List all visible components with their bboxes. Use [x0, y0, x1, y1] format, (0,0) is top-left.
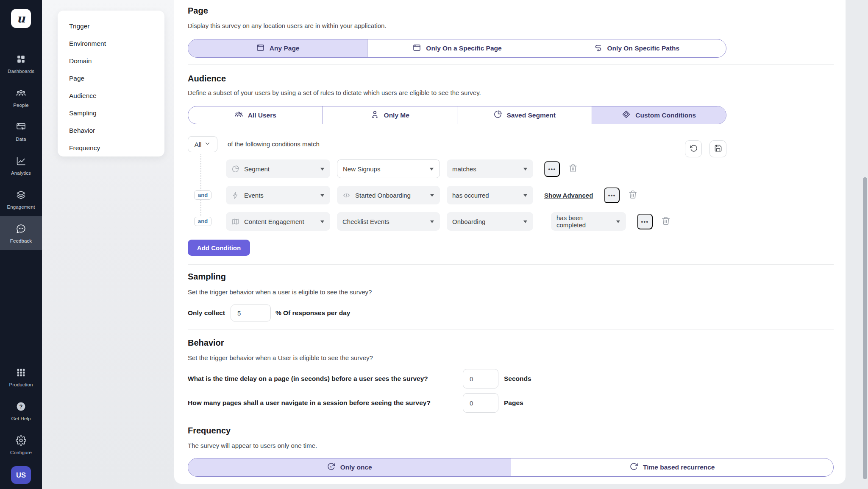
condition-field-select[interactable]: Segment	[226, 159, 330, 178]
sidebar-item-dashboards[interactable]: Dashboards	[0, 47, 42, 81]
and-connector-label: and	[194, 190, 211, 200]
app-logo[interactable]: u	[11, 9, 31, 28]
condition-delete-button[interactable]	[628, 190, 637, 201]
condition-row: and Events Started Onboarding has occurr…	[226, 186, 834, 204]
caret-down-icon	[519, 167, 528, 171]
condition-operator-select[interactable]: has occurred	[447, 186, 533, 204]
sampling-row: Only collect % Of responses per day	[188, 305, 834, 321]
rotate-cw-icon	[629, 462, 638, 473]
frequency-section-title: Frequency	[188, 426, 834, 436]
condition-match-row: All of the following conditions match	[188, 136, 726, 157]
subnav-item-frequency[interactable]: Frequency	[58, 139, 164, 156]
subnav-item-domain[interactable]: Domain	[58, 52, 164, 70]
condition-operator2-value: has been completed	[556, 214, 612, 229]
condition-delete-button[interactable]	[661, 216, 670, 227]
save-conditions-button[interactable]	[709, 140, 726, 157]
condition-value-select[interactable]: Checklist Events	[337, 212, 440, 231]
page-section-description: Display this survey on any location user…	[188, 22, 834, 29]
sidebar-item-label: Data	[16, 137, 26, 142]
reset-conditions-button[interactable]	[685, 140, 702, 157]
tab-all-users[interactable]: All Users	[188, 106, 323, 124]
condition-delete-button[interactable]	[568, 164, 578, 174]
audience-section-title: Audience	[188, 74, 834, 84]
sidebar-item-label: Configure	[10, 450, 32, 455]
browser-window-icon	[412, 43, 421, 54]
tab-only-me[interactable]: Only Me	[323, 106, 457, 124]
gear-icon	[16, 435, 26, 447]
condition-value-select[interactable]: Started Onboarding	[337, 186, 440, 204]
app-logo-glyph: u	[17, 12, 25, 25]
time-delay-input[interactable]	[463, 369, 498, 388]
condition-more-button[interactable]: •••	[637, 214, 653, 229]
sidebar-item-label: Feedback	[10, 238, 32, 243]
frequency-section-description: The survey will appear to users only one…	[188, 442, 834, 449]
subnav-item-page[interactable]: Page	[58, 70, 164, 87]
sampling-label-before: Only collect	[188, 309, 225, 317]
tab-only-once[interactable]: 1 Only once	[188, 458, 511, 476]
dots-grid-icon	[16, 367, 26, 379]
condition-value-select[interactable]: New Signups	[337, 159, 440, 178]
behavior-question-row: What is the time delay on a page (in sec…	[188, 369, 834, 388]
sidebar-item-production[interactable]: Production	[0, 360, 42, 394]
condition-operator-value: Onboarding	[452, 218, 485, 225]
sidebar-item-get-help[interactable]: ? Get Help	[0, 394, 42, 428]
caret-down-icon	[316, 167, 325, 171]
ellipsis-icon: •••	[608, 192, 616, 198]
sidebar-item-engagement[interactable]: Engagement	[0, 182, 42, 216]
condition-operator-value: matches	[452, 165, 476, 173]
sampling-percent-input[interactable]	[231, 305, 271, 321]
sampling-section-description: Set the trigger behavior when a user is …	[188, 288, 834, 296]
condition-operator2-select[interactable]: has been completed	[551, 212, 626, 231]
caret-down-icon	[316, 193, 325, 197]
subnav-item-environment[interactable]: Environment	[58, 35, 164, 52]
condition-operator-select[interactable]: matches	[447, 159, 533, 178]
trash-icon	[568, 164, 578, 174]
condition-field-select[interactable]: Content Engagement	[226, 212, 330, 231]
tab-custom-conditions[interactable]: Custom Conditions	[592, 106, 726, 124]
behavior-unit-label: Seconds	[504, 375, 531, 383]
rotate-ccw-icon	[690, 144, 698, 154]
tab-any-page[interactable]: Any Page	[188, 39, 367, 57]
pages-count-input[interactable]	[463, 393, 498, 413]
tab-only-specific-paths[interactable]: Only On Specific Paths	[547, 39, 726, 57]
subnav-item-sampling[interactable]: Sampling	[58, 104, 164, 122]
tab-time-based-recurrence[interactable]: Time based recurrence	[511, 458, 834, 476]
subnav-item-behavior[interactable]: Behavior	[58, 122, 164, 139]
tab-only-specific-page[interactable]: Only On a Specific Page	[367, 39, 546, 57]
question-circle-icon: ?	[16, 401, 26, 413]
sidebar-item-label: Analytics	[11, 170, 31, 176]
svg-text:?: ?	[19, 403, 23, 410]
sidebar-item-people[interactable]: People	[0, 81, 42, 115]
code-icon	[342, 191, 351, 199]
add-condition-button[interactable]: Add Condition	[188, 240, 250, 256]
condition-operator-select[interactable]: Onboarding	[447, 212, 533, 231]
people-icon	[16, 88, 26, 100]
condition-rows: Segment New Signups matches ••• and Even…	[188, 159, 834, 231]
sidebar-item-data[interactable]: Data	[0, 115, 42, 148]
condition-value: Checklist Events	[342, 218, 389, 225]
tab-saved-segment[interactable]: Saved Segment	[457, 106, 592, 124]
primary-sidebar: u Dashboards People Data Analytics Engag…	[0, 0, 42, 489]
page-scrollbar-track[interactable]	[862, 0, 868, 489]
condition-more-button[interactable]: •••	[604, 187, 620, 203]
tab-label: Custom Conditions	[635, 112, 696, 119]
behavior-question-row: How many pages shall a user navigate in …	[188, 393, 834, 413]
sampling-label-after: % Of responses per day	[275, 309, 351, 317]
condition-operator-value: has occurred	[452, 192, 489, 199]
condition-value: Started Onboarding	[355, 192, 411, 199]
subnav-item-audience[interactable]: Audience	[58, 87, 164, 104]
sidebar-item-feedback[interactable]: Feedback	[0, 216, 42, 250]
condition-field-select[interactable]: Events	[226, 186, 330, 204]
save-floppy-icon	[714, 144, 722, 154]
show-advanced-link[interactable]: Show Advanced	[544, 192, 593, 199]
caret-down-icon	[426, 193, 434, 197]
match-type-select[interactable]: All	[188, 136, 217, 152]
sidebar-item-analytics[interactable]: Analytics	[0, 148, 42, 182]
sidebar-item-configure[interactable]: Configure	[0, 428, 42, 462]
subnav-item-trigger[interactable]: Trigger	[58, 17, 164, 35]
user-avatar[interactable]: US	[11, 466, 31, 484]
caret-down-icon	[519, 193, 528, 197]
page-scrollbar-thumb[interactable]	[863, 177, 867, 479]
condition-field-value: Events	[244, 192, 264, 199]
condition-more-button[interactable]: •••	[544, 161, 560, 177]
